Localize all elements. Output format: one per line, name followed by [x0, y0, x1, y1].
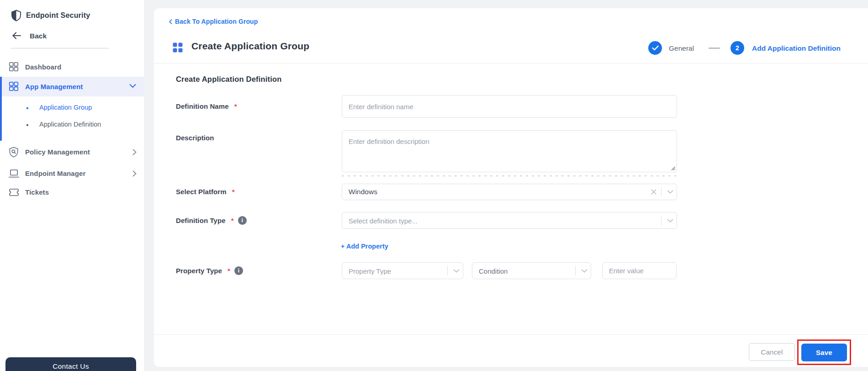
sidebar-item-application-definition[interactable]: • Application Definition: [0, 119, 145, 130]
info-icon[interactable]: i: [234, 266, 243, 275]
ticket-icon: [9, 188, 19, 196]
select-separator: [661, 187, 662, 196]
chevron-down-icon: [129, 84, 136, 88]
header-divider: [154, 63, 868, 64]
main-content-card: Back To Application Group Create Applica…: [154, 8, 868, 367]
clear-selection-icon[interactable]: [651, 189, 656, 195]
select-separator: [575, 266, 576, 276]
required-asterisk: *: [234, 102, 237, 110]
condition-select[interactable]: Condition: [472, 262, 591, 279]
required-asterisk: *: [232, 188, 235, 196]
sidebar-item-tickets-label: Tickets: [25, 188, 49, 196]
chevron-down-icon[interactable]: [453, 269, 460, 273]
chevron-right-icon: [132, 170, 137, 177]
chevron-down-icon[interactable]: [667, 190, 673, 194]
app-group-grid-icon: [172, 42, 183, 53]
definition-type-placeholder: Select definition type...: [349, 217, 418, 224]
app-root: Endpoint Security Back Dashboard: [0, 0, 868, 371]
description-textarea[interactable]: [342, 131, 677, 172]
step-1-label[interactable]: General: [669, 44, 694, 53]
definition-type-label: Definition Type* i: [176, 216, 247, 225]
required-asterisk: *: [231, 217, 234, 224]
sidebar-item-application-definition-label: Application Definition: [39, 121, 101, 128]
add-property-link[interactable]: + Add Property: [341, 243, 388, 250]
back-nav-label[interactable]: Back: [30, 32, 47, 40]
step-2-circle[interactable]: 2: [730, 41, 744, 55]
sidebar-item-endpoint-manager[interactable]: Endpoint Manager: [0, 166, 145, 181]
check-icon: [652, 45, 659, 51]
dashboard-grid-icon: [9, 62, 19, 72]
property-value-input[interactable]: [603, 263, 676, 279]
select-separator: [447, 266, 448, 276]
property-value-field: [602, 262, 677, 279]
property-type-select[interactable]: Property Type: [342, 262, 463, 279]
chevron-down-icon[interactable]: [667, 218, 673, 223]
back-to-application-group-label: Back To Application Group: [175, 18, 258, 25]
chevron-left-icon: [169, 19, 172, 24]
select-platform-select[interactable]: Windows: [342, 184, 677, 200]
property-type-label: Property Type* i: [176, 266, 243, 275]
brand-title: Endpoint Security: [26, 11, 90, 20]
definition-type-select[interactable]: Select definition type...: [342, 212, 677, 229]
bullet-icon: •: [26, 106, 29, 111]
definition-name-field: [342, 95, 677, 118]
step-2-label[interactable]: Add Application Definition: [752, 44, 841, 53]
page-title: Create Application Group: [191, 41, 309, 52]
info-icon[interactable]: i: [238, 216, 247, 225]
sidebar-item-app-management[interactable]: App Management: [0, 77, 145, 96]
form-section-title: Create Application Definition: [176, 75, 282, 84]
save-button[interactable]: Save: [801, 344, 847, 361]
select-separator: [661, 216, 662, 225]
select-platform-label: Select Platform*: [176, 188, 235, 196]
definition-name-label: Definition Name*: [176, 102, 237, 110]
cancel-button[interactable]: Cancel: [749, 343, 795, 361]
sidebar-divider: [11, 48, 109, 48]
sidebar-item-dashboard[interactable]: Dashboard: [0, 59, 145, 74]
resize-handle-icon[interactable]: [671, 166, 675, 170]
chevron-right-icon: [132, 149, 137, 155]
condition-placeholder: Condition: [479, 267, 508, 275]
chevron-down-icon[interactable]: [581, 269, 587, 273]
sidebar: Endpoint Security Back Dashboard: [0, 0, 145, 371]
laptop-icon: [9, 169, 19, 178]
policy-shield-icon: [9, 147, 19, 158]
app-management-grid-icon: [9, 81, 19, 91]
sidebar-item-tickets[interactable]: Tickets: [0, 185, 145, 200]
sidebar-item-app-management-label: App Management: [25, 83, 83, 90]
description-field: [342, 130, 677, 172]
sidebar-item-dashboard-label: Dashboard: [25, 63, 61, 71]
sidebar-item-application-group[interactable]: • Application Group: [0, 102, 145, 113]
select-platform-value: Windows: [349, 188, 377, 196]
stepper-connector: [709, 48, 720, 49]
contact-us-button[interactable]: Contact Us: [5, 357, 136, 371]
dashed-divider: [342, 175, 677, 176]
property-type-placeholder: Property Type: [349, 267, 391, 275]
required-asterisk: *: [228, 267, 230, 275]
back-nav-item[interactable]: [12, 32, 21, 40]
shield-logo-icon: [11, 10, 21, 21]
back-to-application-group-link[interactable]: Back To Application Group: [169, 18, 258, 25]
definition-name-input[interactable]: [342, 95, 677, 117]
sidebar-item-application-group-label: Application Group: [39, 104, 92, 111]
sidebar-item-policy-management-label: Policy Management: [25, 148, 90, 156]
footer-divider: [154, 334, 868, 335]
description-label: Description: [176, 134, 214, 142]
sidebar-item-endpoint-manager-label: Endpoint Manager: [25, 170, 85, 177]
bullet-icon: •: [26, 123, 29, 127]
step-1-complete-circle[interactable]: [648, 41, 662, 55]
sidebar-item-policy-management[interactable]: Policy Management: [0, 145, 145, 159]
arrow-left-icon: [12, 32, 21, 40]
